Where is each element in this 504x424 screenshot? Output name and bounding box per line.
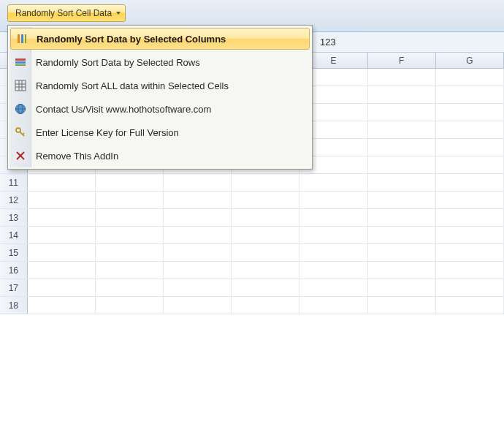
cell[interactable] (96, 279, 164, 296)
cell[interactable] (232, 262, 299, 279)
cell[interactable] (96, 227, 164, 243)
cell[interactable] (436, 244, 504, 261)
row-header[interactable]: 14 (0, 227, 28, 243)
cell[interactable] (232, 174, 299, 191)
cell[interactable] (164, 192, 232, 208)
cell[interactable] (436, 297, 504, 314)
menu-item-sort-by-columns[interactable]: Randomly Sort Data by Selected Columns (10, 28, 310, 50)
menu-item-remove-addin[interactable]: Remove This AddIn (9, 144, 310, 167)
cell[interactable] (96, 297, 164, 314)
cell[interactable] (368, 279, 436, 296)
cell[interactable] (232, 244, 299, 261)
svg-rect-1 (21, 34, 23, 43)
cell[interactable] (368, 262, 436, 279)
cell[interactable] (28, 174, 96, 191)
cell[interactable] (28, 279, 96, 296)
cell[interactable] (96, 262, 164, 279)
cell[interactable] (368, 104, 436, 121)
row-header[interactable]: 12 (0, 192, 28, 208)
cell[interactable] (299, 174, 367, 191)
cell[interactable] (299, 227, 367, 243)
cell[interactable] (436, 174, 504, 191)
menu-item-enter-license-key[interactable]: Enter License Key for Full Version (9, 121, 310, 144)
toolbar: Randomly Sort Cell Data Randomly Sort Da… (0, 0, 504, 32)
svg-line-16 (23, 133, 24, 135)
cell[interactable] (232, 227, 299, 243)
column-header[interactable]: G (436, 53, 504, 68)
cell[interactable] (299, 244, 367, 261)
cell[interactable] (436, 279, 504, 296)
cell[interactable] (299, 297, 367, 314)
cell[interactable] (368, 244, 436, 261)
cell[interactable] (368, 69, 436, 86)
cell[interactable] (368, 227, 436, 243)
cell[interactable] (28, 262, 96, 279)
row-header[interactable]: 11 (0, 174, 28, 191)
cell[interactable] (232, 297, 299, 314)
cell[interactable] (368, 209, 436, 226)
cell[interactable] (164, 227, 232, 243)
cell[interactable] (164, 174, 232, 191)
cell[interactable] (436, 192, 504, 208)
table-row: 16 (0, 262, 504, 279)
cell[interactable] (96, 244, 164, 261)
cell[interactable] (164, 209, 232, 226)
cell[interactable] (28, 297, 96, 314)
cell[interactable] (368, 139, 436, 156)
remove-icon (14, 149, 27, 162)
svg-rect-5 (15, 64, 26, 66)
cell[interactable] (436, 104, 504, 121)
cell[interactable] (368, 174, 436, 191)
cell[interactable] (368, 156, 436, 173)
cell[interactable] (436, 227, 504, 243)
cell[interactable] (299, 262, 367, 279)
chevron-down-icon (116, 12, 121, 15)
table-row: 11 (0, 174, 504, 192)
menu-item-sort-all[interactable]: Randomly Sort ALL data within Selected C… (9, 74, 310, 97)
row-header[interactable]: 18 (0, 297, 28, 314)
cell[interactable] (368, 297, 436, 314)
cell[interactable] (436, 121, 504, 138)
menu-item-sort-by-rows[interactable]: Randomly Sort Data by Selected Rows (9, 50, 310, 74)
cell[interactable] (96, 174, 164, 191)
cell[interactable] (164, 279, 232, 296)
column-header[interactable]: F (368, 53, 436, 68)
cell[interactable] (28, 244, 96, 261)
cell[interactable] (299, 192, 367, 208)
cell[interactable] (28, 209, 96, 226)
cell[interactable] (368, 121, 436, 138)
cell[interactable] (164, 262, 232, 279)
row-header[interactable]: 17 (0, 279, 28, 296)
cell[interactable] (299, 279, 367, 296)
cell[interactable] (96, 192, 164, 208)
randomly-sort-cell-data-button[interactable]: Randomly Sort Cell Data (7, 4, 126, 22)
row-header[interactable]: 16 (0, 262, 28, 279)
cell[interactable] (28, 227, 96, 243)
cell[interactable] (299, 209, 367, 226)
cell[interactable] (232, 279, 299, 296)
menu-item-label: Enter License Key for Full Version (36, 127, 179, 138)
menu-item-contact-us[interactable]: Contact Us/Visit www.hothotsoftware.com (9, 97, 310, 121)
table-row: 14 (0, 227, 504, 244)
cell[interactable] (368, 86, 436, 103)
cell[interactable] (436, 156, 504, 173)
svg-rect-0 (18, 34, 20, 43)
row-header[interactable]: 15 (0, 244, 28, 261)
menu-item-label: Contact Us/Visit www.hothotsoftware.com (36, 104, 211, 115)
cell[interactable] (164, 297, 232, 314)
cell[interactable] (164, 244, 232, 261)
cell[interactable] (232, 209, 299, 226)
web-icon (14, 102, 27, 116)
cell[interactable] (436, 209, 504, 226)
cell[interactable] (368, 192, 436, 208)
cell[interactable] (436, 86, 504, 103)
cell[interactable] (436, 139, 504, 156)
cell[interactable] (436, 69, 504, 86)
sort-rows-icon (14, 56, 27, 69)
row-header[interactable]: 13 (0, 209, 28, 226)
table-row: 12 (0, 192, 504, 209)
cell[interactable] (28, 192, 96, 208)
cell[interactable] (436, 262, 504, 279)
cell[interactable] (96, 209, 164, 226)
cell[interactable] (232, 192, 299, 208)
